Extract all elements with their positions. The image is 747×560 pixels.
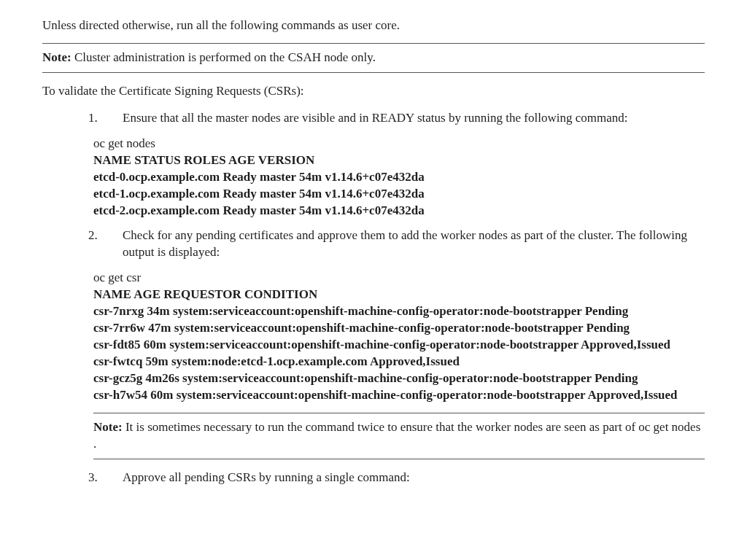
step-1-out-row-0: etcd-0.ocp.example.com Ready master 54m …: [93, 169, 705, 186]
step-2-out-row-0: csr-7nrxg 34m system:serviceaccount:open…: [93, 303, 705, 320]
step-1-text: Ensure that all the master nodes are vis…: [123, 110, 705, 127]
step-2-output: oc get csr NAME AGE REQUESTOR CONDITION …: [93, 270, 705, 404]
step-2-out-row-2: csr-fdt85 60m system:serviceaccount:open…: [93, 337, 705, 354]
step-1-output: oc get nodes NAME STATUS ROLES AGE VERSI…: [93, 136, 705, 219]
step-1-out-header: NAME STATUS ROLES AGE VERSION: [93, 152, 705, 169]
note-cluster-admin: Note: Cluster administration is performe…: [42, 43, 705, 73]
step-1-out-row-2: etcd-2.ocp.example.com Ready master 54m …: [93, 203, 705, 219]
step-1-out-row-1: etcd-1.ocp.example.com Ready master 54m …: [93, 186, 705, 203]
note-label: Note:: [42, 50, 71, 64]
step-3-text: Approve all pending CSRs by running a si…: [123, 470, 705, 486]
step-1: Ensure that all the master nodes are vis…: [101, 110, 705, 219]
section-intro: To validate the Certificate Signing Requ…: [42, 83, 705, 100]
step-2-note: Note: It is sometimes necessary to run t…: [93, 413, 705, 459]
intro-text: Unless directed otherwise, run all the f…: [42, 18, 705, 34]
step-1-cmd: oc get nodes: [93, 136, 705, 152]
note-text: Cluster administration is performed on t…: [71, 50, 376, 64]
steps-list: Ensure that all the master nodes are vis…: [42, 110, 705, 486]
step-2-out-row-4: csr-gcz5g 4m26s system:serviceaccount:op…: [93, 370, 705, 387]
step-2-out-header: NAME AGE REQUESTOR CONDITION: [93, 287, 705, 303]
step-2-out-row-1: csr-7rr6w 47m system:serviceaccount:open…: [93, 320, 705, 337]
step-2-note-label: Note:: [93, 420, 123, 434]
step-2-out-row-3: csr-fwtcq 59m system:node:etcd-1.ocp.exa…: [93, 354, 705, 370]
step-2-text: Check for any pending certificates and a…: [123, 228, 705, 261]
step-2-note-text: It is sometimes necessary to run the com…: [93, 420, 700, 451]
step-2-cmd: oc get csr: [93, 270, 705, 287]
step-2-out-row-5: csr-h7w54 60m system:serviceaccount:open…: [93, 387, 705, 404]
step-2: Check for any pending certificates and a…: [101, 228, 705, 459]
step-3: Approve all pending CSRs by running a si…: [101, 470, 705, 486]
